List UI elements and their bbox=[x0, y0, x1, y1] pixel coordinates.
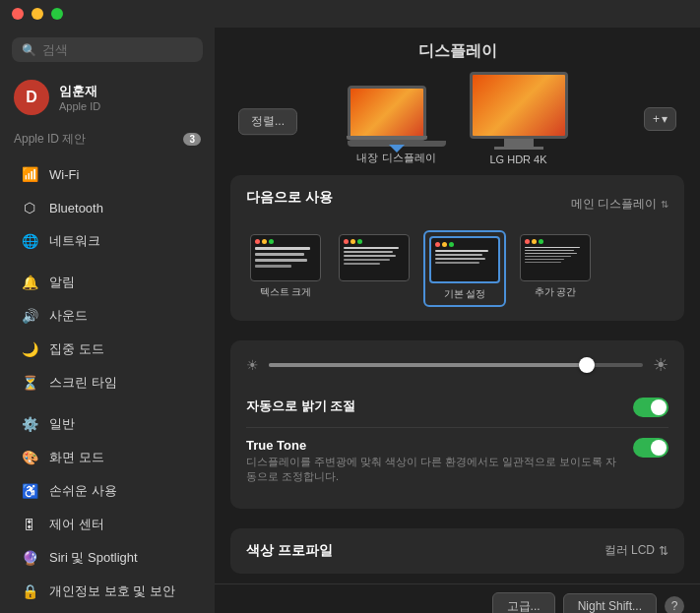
internal-display-item[interactable]: 내장 디스플레이 bbox=[348, 86, 446, 165]
color-profile-value-row[interactable]: 컬러 LCD ⇅ bbox=[605, 542, 668, 559]
display-options: 텍스트 크게 bbox=[246, 230, 668, 307]
option-base-setting[interactable]: 기본 설정 bbox=[423, 230, 506, 307]
sidebar-item-label: 알림 bbox=[49, 274, 75, 291]
option-extra-space-label: 추가 공간 bbox=[535, 285, 577, 299]
auto-brightness-row: 자동으로 밝기 조절 bbox=[246, 388, 668, 427]
option-base-setting-preview bbox=[429, 236, 500, 283]
main-layout: 🔍 D 임훈재 Apple ID Apple ID 제안 3 📶 Wi-Fi ⬡… bbox=[0, 28, 700, 613]
user-sub: Apple ID bbox=[59, 100, 100, 112]
titlebar bbox=[0, 0, 700, 28]
chevron-updown-icon: ⇅ bbox=[661, 199, 668, 210]
search-icon: 🔍 bbox=[22, 43, 36, 57]
option-extra-space-preview bbox=[520, 234, 591, 281]
brightness-card: ☀ ☀ 자동으로 밝기 조절 bbox=[230, 340, 684, 509]
toggle-knob bbox=[651, 399, 667, 415]
wifi-icon: 📶 bbox=[20, 164, 39, 184]
color-profile-value: 컬러 LCD bbox=[605, 542, 655, 559]
apple-id-badge: 3 bbox=[183, 133, 201, 146]
close-button[interactable] bbox=[12, 8, 24, 20]
sidebar-item-privacy[interactable]: 🔒 개인정보 보호 및 보안 bbox=[6, 576, 209, 607]
sidebar-item-label: Wi-Fi bbox=[49, 167, 79, 182]
color-profile-card: 색상 프로파일 컬러 LCD ⇅ bbox=[230, 528, 684, 574]
sidebar-item-label: 개인정보 보호 및 보안 bbox=[49, 582, 175, 600]
true-tone-row: True Tone 디스플레이를 주변광에 맞춰 색상이 다른 환경에서도 일관… bbox=[246, 427, 668, 495]
external-display-label: LG HDR 4K bbox=[489, 153, 546, 165]
sidebar-item-label: 네트워크 bbox=[49, 232, 100, 250]
apple-id-section: Apple ID 제안 3 bbox=[0, 127, 215, 150]
option-text-large-preview bbox=[250, 234, 321, 281]
advanced-button[interactable]: 고급... bbox=[492, 592, 555, 613]
laptop-monitor bbox=[348, 86, 446, 147]
avatar: D bbox=[14, 80, 49, 115]
arrange-button[interactable]: 정렬... bbox=[238, 108, 297, 135]
brightness-low-icon: ☀ bbox=[246, 357, 259, 373]
auto-brightness-label: 자동으로 밝기 조절 bbox=[246, 398, 355, 415]
sidebar-item-siri[interactable]: 🔮 Siri 및 Spotlight bbox=[6, 542, 209, 574]
sidebar-item-label: 일반 bbox=[49, 415, 75, 433]
true-tone-label: True Tone 디스플레이를 주변광에 맞춰 색상이 다른 환경에서도 일관… bbox=[246, 438, 620, 485]
sidebar-item-label: 화면 모드 bbox=[49, 449, 104, 466]
brightness-row: ☀ ☀ bbox=[246, 354, 668, 376]
sidebar-item-label: 사운드 bbox=[49, 307, 88, 325]
sidebar-item-label: 손쉬운 사용 bbox=[49, 482, 117, 500]
auto-brightness-title: 자동으로 밝기 조절 bbox=[246, 398, 355, 415]
user-info: 임훈재 Apple ID bbox=[59, 83, 100, 112]
sidebar-item-alarm[interactable]: 🔔 알림 bbox=[6, 267, 209, 298]
external-display-item[interactable]: LG HDR 4K bbox=[470, 72, 568, 165]
sidebar-item-label: 스크린 타임 bbox=[49, 374, 117, 392]
option-default-preview bbox=[339, 234, 410, 281]
option-extra-space[interactable]: 추가 공간 bbox=[516, 230, 595, 307]
sidebar-item-label: Siri 및 Spotlight bbox=[49, 549, 138, 567]
sidebar-item-focus[interactable]: 🌙 집중 도드 bbox=[6, 334, 209, 365]
external-monitor bbox=[470, 72, 568, 150]
sidebar-item-appearance[interactable]: 🎨 화면 모드 bbox=[6, 442, 209, 473]
sidebar-item-screentime[interactable]: ⏳ 스크린 타임 bbox=[6, 367, 209, 398]
chevron-down-icon: ▾ bbox=[662, 112, 668, 126]
sidebar: 🔍 D 임훈재 Apple ID Apple ID 제안 3 📶 Wi-Fi ⬡… bbox=[0, 28, 215, 613]
control-icon: 🎛 bbox=[20, 515, 39, 534]
accessibility-icon: ♿ bbox=[20, 481, 39, 501]
screentime-icon: ⏳ bbox=[20, 373, 39, 393]
add-display-button[interactable]: + ▾ bbox=[644, 107, 676, 131]
use-as-title: 다음으로 사용 bbox=[246, 189, 333, 207]
sidebar-item-network[interactable]: 🌐 네트워크 bbox=[6, 225, 209, 257]
internal-display-label: 내장 디스플레이 bbox=[356, 151, 435, 165]
sidebar-item-wifi[interactable]: 📶 Wi-Fi bbox=[6, 158, 209, 190]
alarm-icon: 🔔 bbox=[20, 273, 39, 292]
privacy-icon: 🔒 bbox=[20, 582, 39, 601]
search-input[interactable] bbox=[42, 42, 193, 57]
sidebar-item-label: Bluetooth bbox=[49, 201, 103, 215]
brightness-high-icon: ☀ bbox=[653, 354, 668, 376]
sidebar-item-general[interactable]: ⚙️ 일반 bbox=[6, 408, 209, 440]
true-tone-desc: 디스플레이를 주변광에 맞춰 색상이 다른 환경에서도 일관적으로 보이도록 자… bbox=[246, 455, 620, 485]
true-tone-title: True Tone bbox=[246, 438, 620, 453]
main-display-value: 메인 디스플레이 bbox=[571, 196, 657, 213]
siri-icon: 🔮 bbox=[20, 548, 39, 568]
option-default[interactable] bbox=[335, 230, 414, 307]
sidebar-item-sound[interactable]: 🔊 사운드 bbox=[6, 300, 209, 332]
use-as-card: 다음으로 사용 메인 디스플레이 ⇅ bbox=[230, 175, 684, 321]
sidebar-item-bluetooth[interactable]: ⬡ Bluetooth bbox=[6, 192, 209, 223]
user-name: 임훈재 bbox=[59, 83, 100, 100]
bottom-bar: 고급... Night Shift... ? bbox=[215, 583, 700, 613]
content-area: 디스플레이 정렬... 내장 디스플레이 bbox=[215, 28, 700, 613]
option-text-large-label: 텍스트 크게 bbox=[260, 285, 312, 299]
page-title: 디스플레이 bbox=[215, 28, 700, 72]
help-button[interactable]: ? bbox=[665, 596, 684, 613]
search-bar[interactable]: 🔍 bbox=[12, 37, 203, 62]
chevron-updown-icon: ⇅ bbox=[659, 544, 668, 558]
fullscreen-button[interactable] bbox=[51, 8, 63, 20]
main-display-selector[interactable]: 메인 디스플레이 ⇅ bbox=[571, 196, 668, 213]
bluetooth-icon: ⬡ bbox=[20, 198, 39, 217]
apple-id-label: Apple ID 제안 bbox=[14, 131, 86, 148]
true-tone-toggle[interactable] bbox=[633, 438, 668, 458]
brightness-slider[interactable] bbox=[269, 363, 643, 367]
general-icon: ⚙️ bbox=[20, 414, 39, 434]
user-section[interactable]: D 임훈재 Apple ID bbox=[0, 72, 215, 123]
auto-brightness-toggle[interactable] bbox=[633, 398, 668, 417]
sidebar-item-accessibility[interactable]: ♿ 손쉬운 사용 bbox=[6, 475, 209, 507]
night-shift-button[interactable]: Night Shift... bbox=[563, 593, 657, 613]
option-text-large[interactable]: 텍스트 크게 bbox=[246, 230, 325, 307]
minimize-button[interactable] bbox=[32, 8, 43, 20]
sidebar-item-control[interactable]: 🎛 제어 센터 bbox=[6, 509, 209, 540]
